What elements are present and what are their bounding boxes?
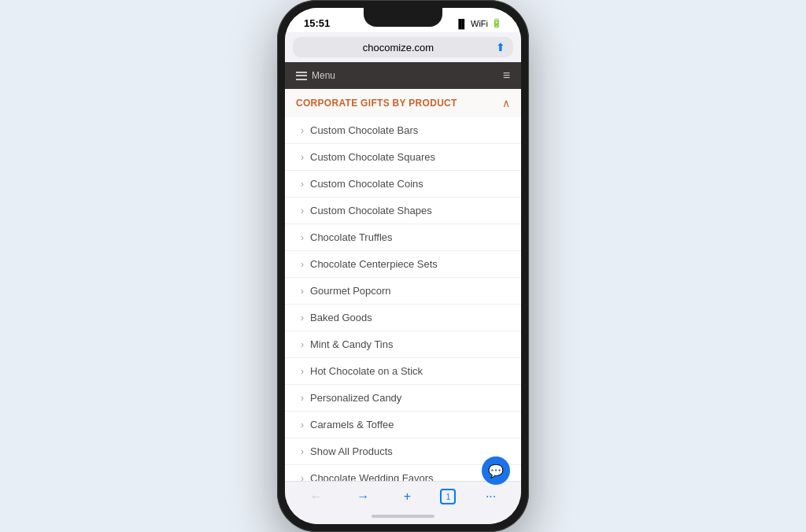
tabs-button[interactable]: 1	[440, 489, 456, 504]
chevron-right-icon: ›	[301, 339, 304, 350]
item-label: Show All Products	[310, 445, 393, 457]
item-label: Caramels & Toffee	[310, 419, 394, 430]
notch	[364, 8, 442, 27]
item-label: Hot Chocolate on a Stick	[310, 365, 423, 377]
list-item[interactable]: › Caramels & Toffee	[285, 412, 521, 438]
corporate-menu-items: › Custom Chocolate Bars › Custom Chocola…	[285, 117, 521, 481]
list-item[interactable]: › Chocolate Truffles	[285, 224, 521, 251]
status-time: 15:51	[304, 17, 330, 29]
status-icons: ▐▌ WiFi 🔋	[455, 18, 502, 28]
phone-screen: 15:51 ▐▌ WiFi 🔋 chocomize.com ⬆	[285, 8, 521, 524]
back-button[interactable]: ←	[305, 488, 327, 505]
list-item[interactable]: › Custom Chocolate Shapes	[285, 198, 521, 224]
chevron-right-icon: ›	[301, 286, 304, 297]
item-label: Baked Goods	[310, 312, 372, 323]
signal-icon: ▐▌	[455, 19, 468, 28]
list-item[interactable]: › Mint & Candy Tins	[285, 331, 521, 358]
chevron-right-icon: ›	[301, 473, 304, 482]
chevron-right-icon: ›	[301, 179, 304, 190]
chevron-right-icon: ›	[301, 205, 304, 216]
item-label: Custom Chocolate Squares	[310, 151, 435, 163]
status-bar: 15:51 ▐▌ WiFi 🔋	[285, 8, 521, 32]
chevron-right-icon: ›	[301, 259, 304, 270]
chevron-right-icon: ›	[301, 366, 304, 377]
section-header-corporate[interactable]: CORPORATE GIFTS BY PRODUCT ∧	[285, 89, 521, 117]
list-item[interactable]: › Custom Chocolate Bars	[285, 117, 521, 144]
item-label: Custom Chocolate Coins	[310, 178, 423, 190]
home-indicator	[285, 512, 521, 524]
item-label: Chocolate Centerpiece Sets	[310, 258, 438, 270]
hamburger-button[interactable]: ≡	[503, 68, 510, 83]
home-bar	[372, 515, 434, 518]
hamburger-icon	[296, 72, 307, 80]
chevron-right-icon: ›	[301, 152, 304, 163]
menu-bar: Menu ≡	[285, 62, 521, 89]
tab-count: 1	[446, 493, 451, 501]
more-button[interactable]: ···	[481, 488, 501, 505]
chat-button[interactable]: 💬	[482, 456, 510, 481]
list-item[interactable]: › Personalized Candy	[285, 385, 521, 412]
browser-chrome: chocomize.com ⬆	[285, 32, 521, 62]
collapse-icon[interactable]: ∧	[502, 97, 510, 109]
share-icon[interactable]: ⬆	[496, 41, 505, 54]
url-text: chocomize.com	[301, 42, 496, 54]
section-title-corporate: CORPORATE GIFTS BY PRODUCT	[296, 98, 457, 109]
chevron-right-icon: ›	[301, 446, 304, 457]
wifi-icon: WiFi	[471, 19, 488, 28]
page-content: Menu ≡ CORPORATE GIFTS BY PRODUCT ∧ › Cu…	[285, 62, 521, 481]
chevron-right-icon: ›	[301, 232, 304, 243]
item-label: Personalized Candy	[310, 392, 401, 404]
item-label: Chocolate Truffles	[310, 231, 393, 243]
item-label: Mint & Candy Tins	[310, 338, 394, 350]
list-item[interactable]: › Baked Goods	[285, 305, 521, 331]
chevron-right-icon: ›	[301, 312, 304, 323]
phone-frame: 15:51 ▐▌ WiFi 🔋 chocomize.com ⬆	[277, 0, 529, 532]
list-item[interactable]: › Hot Chocolate on a Stick	[285, 358, 521, 385]
list-item[interactable]: › Custom Chocolate Squares	[285, 144, 521, 171]
new-tab-button[interactable]: +	[399, 488, 416, 505]
menu-label: Menu	[312, 70, 335, 81]
chevron-right-icon: ›	[301, 125, 304, 136]
item-label: Chocolate Wedding Favors	[310, 472, 434, 481]
browser-bottom-bar: ← → + 1 ···	[285, 481, 521, 512]
chevron-right-icon: ›	[301, 393, 304, 404]
address-bar[interactable]: chocomize.com ⬆	[293, 37, 513, 57]
item-label: Gourmet Popcorn	[310, 285, 391, 297]
forward-button[interactable]: →	[352, 488, 374, 505]
list-item[interactable]: › Chocolate Centerpiece Sets	[285, 251, 521, 278]
chevron-right-icon: ›	[301, 419, 304, 430]
list-item[interactable]: › Custom Chocolate Coins	[285, 171, 521, 198]
list-item[interactable]: › Gourmet Popcorn	[285, 278, 521, 305]
dropdown-section[interactable]: CORPORATE GIFTS BY PRODUCT ∧ › Custom Ch…	[285, 89, 521, 481]
chat-icon: 💬	[488, 464, 504, 478]
item-label: Custom Chocolate Bars	[310, 124, 418, 136]
item-label: Custom Chocolate Shapes	[310, 205, 432, 216]
battery-icon: 🔋	[491, 18, 502, 28]
menu-left[interactable]: Menu	[296, 70, 335, 81]
